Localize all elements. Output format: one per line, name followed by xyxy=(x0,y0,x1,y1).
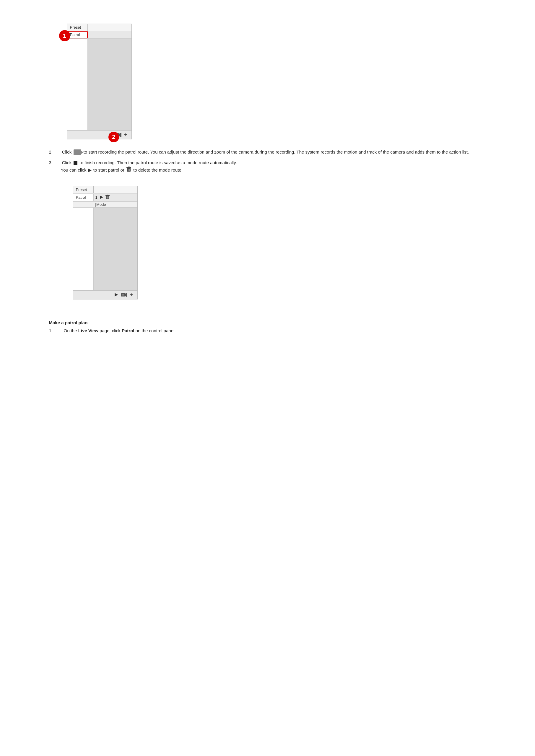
panel1-col2-header xyxy=(88,24,131,31)
para3-youcanclick-label: You can click xyxy=(49,168,88,173)
panel2-add-btn[interactable]: + xyxy=(128,291,135,298)
panel2-record-btn[interactable] xyxy=(121,291,127,298)
badge2-wrap: 2 xyxy=(107,132,114,138)
panel2-trash-icon xyxy=(105,195,110,199)
svg-marker-1 xyxy=(119,133,122,137)
svg-point-17 xyxy=(122,294,124,296)
para3-play-icon xyxy=(88,169,92,172)
para3-trash-icon-wrap xyxy=(127,167,131,174)
svg-marker-16 xyxy=(125,293,127,297)
para3-stop-icon xyxy=(73,161,77,165)
panel1-left-col xyxy=(67,39,88,130)
item1-suffix: on the control panel. xyxy=(134,328,176,333)
panel2-col2-header xyxy=(94,186,137,193)
badge-2: 2 xyxy=(108,132,119,142)
para2-text: to start recording the patrol route. You… xyxy=(84,149,469,154)
panel2-left-col xyxy=(73,208,94,290)
panel1-footer: 2 + xyxy=(67,130,131,139)
para2-num: 2. xyxy=(49,148,61,156)
panel1-right-col xyxy=(88,39,131,130)
panel2-footer: + xyxy=(73,290,137,299)
item1-num: 1. xyxy=(49,327,64,335)
panel2-container: Preset Patrol 1 xyxy=(61,180,138,308)
badge-1: 1 xyxy=(59,30,70,41)
para2-click-label: Click xyxy=(62,149,73,154)
para3-text3: to delete the mode route. xyxy=(133,168,183,173)
panel1-col1-header: Preset xyxy=(67,24,88,31)
item1-text: On the Live View page, click Patrol on t… xyxy=(64,327,176,335)
panel2-play-btn[interactable] xyxy=(113,291,120,298)
para2-camera-icon xyxy=(73,149,81,155)
panel2-header: Preset xyxy=(73,186,137,193)
item1-patrol-bold: Patrol xyxy=(122,328,134,333)
panel1-box: Preset Patrol 2 xyxy=(67,24,132,139)
para3-num: 3. xyxy=(49,159,61,167)
panel2-row1-num: 1 xyxy=(96,195,98,200)
section-title: Make a patrol plan xyxy=(49,320,486,325)
svg-rect-11 xyxy=(107,195,108,196)
content-area: 1 Preset Patrol 2 xyxy=(49,18,486,334)
panel2-patrol-cell: Patrol xyxy=(73,194,94,201)
section-item1: 1. On the Live View page, click Patrol o… xyxy=(49,327,486,335)
svg-rect-5 xyxy=(128,167,130,168)
panel1-body xyxy=(67,39,131,130)
panel2-right-col xyxy=(94,208,137,290)
panel1-row1: Patrol xyxy=(67,31,131,39)
para2: 2. Click to start recording the patrol r… xyxy=(49,148,486,156)
para3-click-label: Click xyxy=(62,160,73,165)
para3-trash-icon xyxy=(127,167,131,172)
item1-liveview-bold: Live View xyxy=(78,328,99,333)
para3: 3. Click to finish recording. Then the p… xyxy=(49,159,486,174)
panel2-box: Preset Patrol 1 xyxy=(73,186,138,299)
panel1-header: Preset xyxy=(67,24,131,31)
para3-text1: to finish recording. Then the patrol rou… xyxy=(80,160,237,165)
panel2-trash-icon-wrap xyxy=(105,195,110,200)
panel2-play-icon[interactable] xyxy=(100,196,103,199)
panel2-row1: Patrol 1 xyxy=(73,193,137,202)
panel2-subrow: [Mode xyxy=(73,202,137,208)
add-btn[interactable]: + xyxy=(123,132,129,138)
panel2-body xyxy=(73,208,137,290)
panel2-col1-header: Preset xyxy=(73,186,94,193)
panel1-right-cell xyxy=(88,31,131,39)
para3-text2: to start patrol or xyxy=(93,168,126,173)
panel1-container: 1 Preset Patrol 2 xyxy=(67,24,132,139)
panel2-record-icon xyxy=(121,293,127,297)
panel2-row1-right: 1 xyxy=(94,193,137,202)
